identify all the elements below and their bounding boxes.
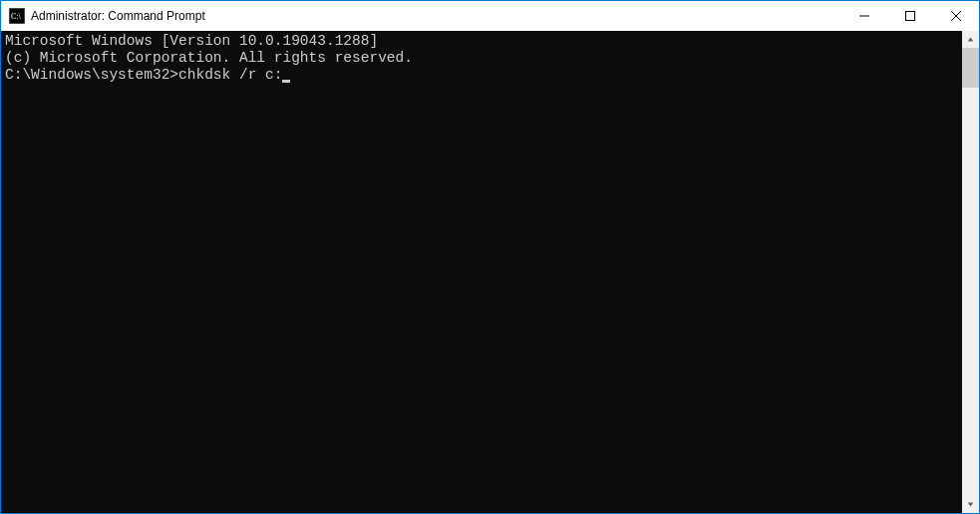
window-title: Administrator: Command Prompt (31, 1, 841, 31)
chevron-up-icon (967, 36, 974, 43)
maximize-button[interactable] (887, 1, 933, 31)
prompt-text: C:\Windows\system32> (5, 67, 178, 83)
output-line: Microsoft Windows [Version 10.0.19043.12… (5, 33, 958, 50)
svg-marker-6 (968, 37, 974, 41)
vertical-scrollbar[interactable] (962, 31, 979, 513)
output-line: (c) Microsoft Corporation. All rights re… (5, 50, 958, 67)
svg-rect-3 (906, 12, 915, 21)
close-icon (951, 11, 961, 21)
minimize-icon (859, 11, 869, 21)
command-prompt-window: C:\ Administrator: Command Prompt Micros… (0, 0, 980, 514)
scroll-thumb[interactable] (962, 48, 979, 88)
titlebar[interactable]: C:\ Administrator: Command Prompt (1, 1, 979, 31)
client-area: Microsoft Windows [Version 10.0.19043.12… (1, 31, 979, 513)
chevron-down-icon (967, 501, 974, 508)
app-icon: C:\ (9, 8, 25, 24)
scroll-down-button[interactable] (962, 496, 979, 513)
window-controls (841, 1, 979, 31)
close-button[interactable] (933, 1, 979, 31)
terminal-output[interactable]: Microsoft Windows [Version 10.0.19043.12… (1, 31, 962, 513)
svg-text:C:\: C:\ (11, 12, 22, 21)
scroll-up-button[interactable] (962, 31, 979, 48)
maximize-icon (905, 11, 915, 21)
minimize-button[interactable] (841, 1, 887, 31)
cursor (282, 80, 290, 83)
scroll-track[interactable] (962, 48, 979, 496)
prompt-line: C:\Windows\system32>chkdsk /r c: (5, 67, 958, 84)
command-text: chkdsk /r c: (178, 67, 282, 83)
svg-marker-7 (968, 502, 974, 506)
